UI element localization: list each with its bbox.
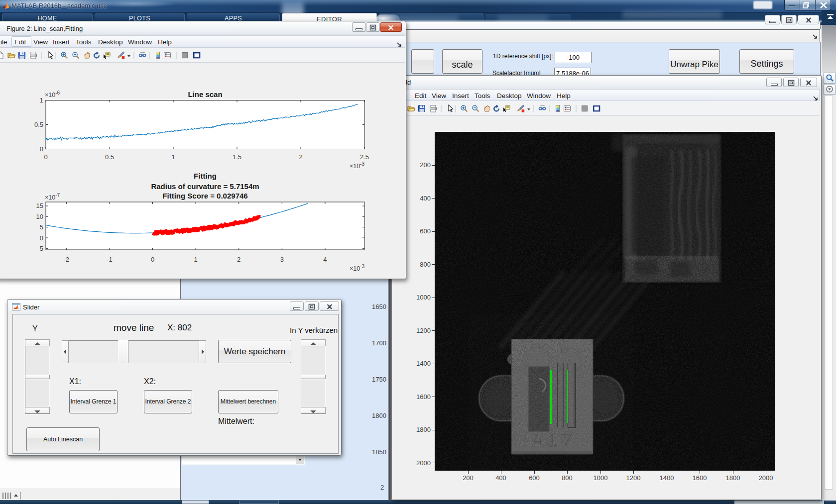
svg-text:-5: -5 — [37, 245, 43, 252]
svg-text:0: 0 — [40, 145, 43, 153]
svg-text:0: 0 — [40, 234, 43, 242]
svg-text:0.5: 0.5 — [105, 153, 114, 161]
svg-text:×10-3: ×10-3 — [350, 264, 365, 272]
svg-text:0: 0 — [151, 256, 154, 263]
svg-text:2.5: 2.5 — [360, 153, 369, 161]
svg-text:0.5: 0.5 — [34, 121, 43, 128]
svg-text:-2: -2 — [64, 256, 70, 263]
svg-text:×10-3: ×10-3 — [350, 161, 365, 170]
svg-text:10: 10 — [36, 213, 43, 220]
svg-text:1: 1 — [171, 153, 175, 161]
svg-text:Fitting Score = 0.029746: Fitting Score = 0.029746 — [162, 192, 247, 200]
svg-text:0: 0 — [44, 153, 47, 161]
svg-text:3: 3 — [280, 256, 284, 263]
svg-text:5: 5 — [40, 223, 43, 231]
svg-text:15: 15 — [36, 202, 43, 209]
svg-text:×10-6: ×10-6 — [45, 90, 60, 99]
svg-text:1: 1 — [40, 97, 43, 104]
svg-text:2: 2 — [237, 256, 240, 263]
svg-text:Line scan: Line scan — [188, 90, 222, 99]
svg-text:1.5: 1.5 — [233, 153, 241, 161]
svg-text:×10-7: ×10-7 — [45, 193, 60, 201]
svg-text:1: 1 — [194, 256, 197, 263]
svg-text:Radius of curvature = 5.7154m: Radius of curvature = 5.7154m — [151, 182, 259, 191]
svg-text:Fitting: Fitting — [194, 172, 217, 180]
svg-text:-1: -1 — [107, 256, 113, 263]
svg-text:4: 4 — [323, 256, 327, 263]
svg-text:2: 2 — [299, 153, 302, 161]
